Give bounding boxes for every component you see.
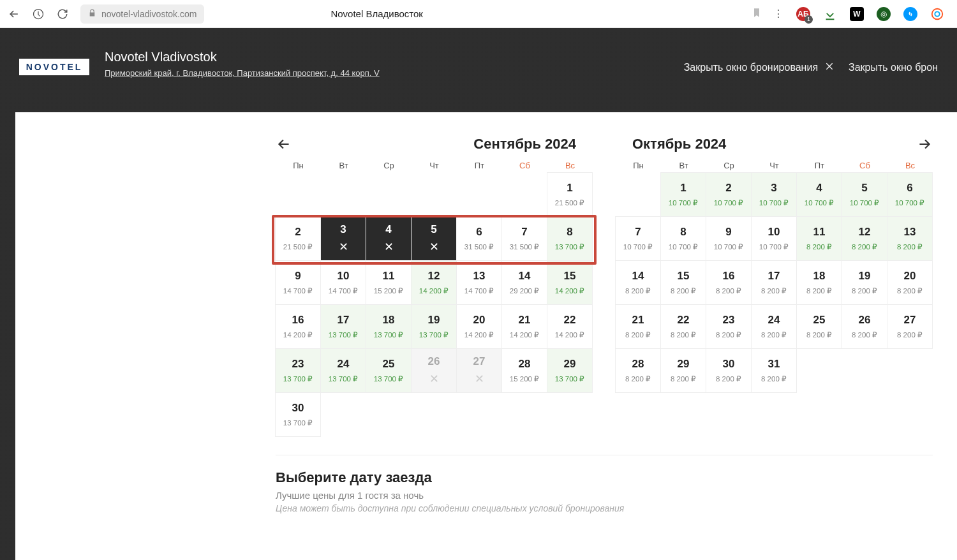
- weekday-label: Чт: [412, 161, 457, 170]
- calendar-day[interactable]: 1115 200 ₽: [366, 260, 412, 305]
- calendar-day[interactable]: 813 700 ₽: [547, 216, 593, 261]
- day-price: 14 200 ₽: [510, 330, 539, 339]
- calendar-day[interactable]: 248 200 ₽: [751, 304, 797, 349]
- extension-tray: ⋮ AБ1 W ◎: [773, 7, 949, 21]
- vk-icon[interactable]: W: [850, 7, 864, 21]
- calendar-day[interactable]: 218 200 ₽: [615, 304, 661, 349]
- calendar-day[interactable]: 731 500 ₽: [501, 216, 547, 261]
- hotel-address[interactable]: Приморский край, г. Владивосток, Партиза…: [105, 68, 380, 78]
- calendar-day[interactable]: 1514 200 ₽: [547, 260, 593, 305]
- calendar-day[interactable]: 2014 200 ₽: [456, 304, 502, 349]
- calendar-day[interactable]: 1429 200 ₽: [501, 260, 547, 305]
- calendar-day[interactable]: 288 200 ₽: [615, 348, 661, 393]
- calendar-day[interactable]: 128 200 ₽: [842, 216, 887, 261]
- day-number: 23: [723, 314, 735, 327]
- next-month-button[interactable]: [916, 136, 933, 152]
- day-price: 10 700 ₽: [850, 198, 879, 207]
- close-booking-button-dup[interactable]: Закрыть окно брон: [849, 62, 938, 73]
- day-price: 10 700 ₽: [623, 242, 653, 251]
- day-number: 30: [292, 402, 304, 415]
- adblock-icon[interactable]: AБ1: [796, 7, 810, 21]
- calendar-day[interactable]: 278 200 ₽: [887, 304, 933, 349]
- calendar-day[interactable]: 188 200 ₽: [796, 260, 842, 305]
- calendar-day[interactable]: 238 200 ₽: [706, 304, 752, 349]
- calendar-day[interactable]: 121 500 ₽: [547, 172, 593, 217]
- calendar-day[interactable]: 198 200 ₽: [842, 260, 887, 305]
- day-price: 15 200 ₽: [374, 286, 403, 295]
- day-price: 14 200 ₽: [283, 330, 313, 339]
- calendar-day[interactable]: 310 700 ₽: [751, 172, 797, 217]
- calendar-day[interactable]: 2114 200 ₽: [501, 304, 547, 349]
- calendar-day: 26✕: [411, 348, 457, 393]
- calendar-day[interactable]: 258 200 ₽: [796, 304, 842, 349]
- yandex-icon[interactable]: [32, 8, 45, 20]
- calendar-day[interactable]: 118 200 ₽: [796, 216, 842, 261]
- calendar-day[interactable]: 2913 700 ₽: [547, 348, 593, 393]
- calendar-day[interactable]: 2313 700 ₽: [275, 348, 321, 393]
- back-button[interactable]: [8, 8, 20, 20]
- calendar-day[interactable]: 1713 700 ₽: [320, 304, 366, 349]
- calendar-day[interactable]: 2413 700 ₽: [320, 348, 366, 393]
- calendar-day[interactable]: 810 700 ₽: [660, 216, 706, 261]
- calendar-day[interactable]: 631 500 ₽: [456, 216, 502, 261]
- calendar-day[interactable]: 1614 200 ₽: [275, 304, 321, 349]
- day-price: 8 200 ₽: [716, 374, 741, 383]
- calendar-day[interactable]: 1014 700 ₽: [320, 260, 366, 305]
- alice-icon[interactable]: [930, 7, 944, 21]
- calendar-day[interactable]: 318 200 ₽: [751, 348, 797, 393]
- calendar-day[interactable]: 3013 700 ₽: [275, 392, 321, 437]
- day-number: 27: [904, 314, 916, 327]
- calendar-day[interactable]: 1314 700 ₽: [456, 260, 502, 305]
- prev-month-button[interactable]: [276, 136, 292, 152]
- day-number: 25: [813, 314, 826, 327]
- day-price: 10 700 ₽: [759, 198, 789, 207]
- day-number: 8: [567, 226, 572, 239]
- calendar-day[interactable]: 228 200 ₽: [660, 304, 706, 349]
- calendar-day[interactable]: 178 200 ₽: [751, 260, 797, 305]
- shazam-icon[interactable]: [903, 7, 917, 21]
- calendar-day[interactable]: 1214 200 ₽: [411, 260, 457, 305]
- address-bar[interactable]: novotel-vladivostok.com: [80, 4, 204, 24]
- day-number: 23: [292, 358, 304, 371]
- close-booking-button[interactable]: Закрыть окно бронирования: [684, 61, 835, 74]
- calendar-day[interactable]: 410 700 ₽: [796, 172, 842, 217]
- calendar-day[interactable]: 1813 700 ₽: [366, 304, 412, 349]
- day-number: 14: [519, 270, 531, 283]
- calendar-day[interactable]: 2214 200 ₽: [547, 304, 593, 349]
- calendar-day[interactable]: 1913 700 ₽: [411, 304, 457, 349]
- calendar-day[interactable]: 148 200 ₽: [615, 260, 661, 305]
- calendar-day[interactable]: 298 200 ₽: [660, 348, 706, 393]
- weekday-label: Ср: [706, 161, 752, 170]
- day-price: 10 700 ₽: [669, 242, 698, 251]
- calendar-day[interactable]: 268 200 ₽: [842, 304, 887, 349]
- day-price: 29 200 ₽: [510, 286, 539, 295]
- day-number: 19: [859, 270, 871, 283]
- browser-toolbar: novotel-vladivostok.com Novotel Владивос…: [0, 0, 957, 28]
- calendar-day[interactable]: 610 700 ₽: [887, 172, 933, 217]
- kebab-icon[interactable]: ⋮: [773, 8, 783, 20]
- day-price: 13 700 ₽: [283, 374, 313, 383]
- bookmark-icon[interactable]: [752, 8, 762, 20]
- download-icon[interactable]: [823, 7, 837, 21]
- calendar-day[interactable]: 914 700 ₽: [275, 260, 321, 305]
- calendar-day[interactable]: 510 700 ₽: [842, 172, 887, 217]
- calendar-day[interactable]: 710 700 ₽: [615, 216, 661, 261]
- calendar-day[interactable]: 210 700 ₽: [706, 172, 752, 217]
- calendar-day[interactable]: 910 700 ₽: [706, 216, 752, 261]
- calendar-day[interactable]: 158 200 ₽: [660, 260, 706, 305]
- calendar-day[interactable]: 308 200 ₽: [706, 348, 752, 393]
- calendar-day[interactable]: 208 200 ₽: [887, 260, 933, 305]
- calendar-day[interactable]: 110 700 ₽: [660, 172, 706, 217]
- day-price: 8 200 ₽: [625, 374, 651, 383]
- lock-icon: [88, 9, 96, 19]
- reload-button[interactable]: [56, 8, 69, 20]
- calendar-day[interactable]: 2513 700 ₽: [366, 348, 412, 393]
- day-number: 6: [907, 182, 912, 195]
- calendar-day[interactable]: 1010 700 ₽: [751, 216, 797, 261]
- calendar-day[interactable]: 168 200 ₽: [706, 260, 752, 305]
- calendar-day[interactable]: 221 500 ₽: [275, 216, 321, 261]
- calendar-day[interactable]: 2815 200 ₽: [501, 348, 547, 393]
- calendar-day[interactable]: 138 200 ₽: [887, 216, 933, 261]
- green-ext-icon[interactable]: ◎: [877, 7, 891, 21]
- day-price: 8 200 ₽: [671, 330, 696, 339]
